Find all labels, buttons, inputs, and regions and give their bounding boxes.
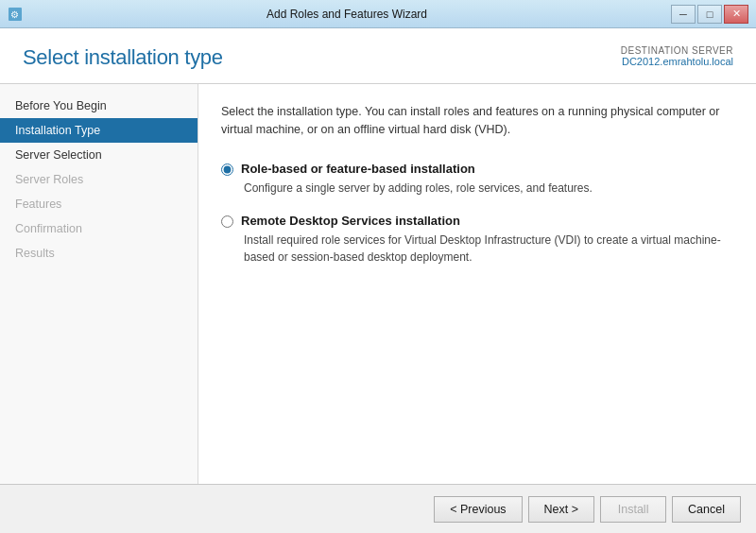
content-area: Select the installation type. You can in… (198, 84, 756, 484)
sidebar-item-server-selection[interactable]: Server Selection (0, 143, 198, 167)
minimize-button[interactable]: ─ (671, 5, 696, 24)
wizard-footer: < Previous Next > Install Cancel (0, 484, 756, 533)
sidebar-item-results: Results (0, 241, 198, 266)
close-button[interactable]: ✕ (724, 5, 748, 24)
maximize-button[interactable]: □ (697, 5, 722, 24)
option-role-based-title: Role-based or feature-based installation (241, 162, 475, 176)
sidebar: Before You Begin Installation Type Serve… (0, 84, 198, 484)
window-controls: ─ □ ✕ (671, 5, 748, 24)
svg-text:⚙: ⚙ (10, 9, 19, 20)
next-button[interactable]: Next > (528, 496, 594, 523)
destination-server-info: DESTINATION SERVER DC2012.emrahtolu.loca… (621, 45, 733, 67)
option-role-based-label[interactable]: Role-based or feature-based installation (221, 162, 733, 176)
window-title: Add Roles and Features Wizard (23, 8, 671, 21)
option-role-based-description: Configure a single server by adding role… (244, 180, 733, 197)
option-role-based-radio[interactable] (221, 163, 233, 176)
destination-name: DC2012.emrahtolu.local (621, 56, 733, 67)
option-role-based: Role-based or feature-based installation… (221, 162, 733, 197)
option-remote-desktop: Remote Desktop Services installation Ins… (221, 214, 733, 266)
sidebar-item-server-roles: Server Roles (0, 167, 198, 192)
option-remote-desktop-title: Remote Desktop Services installation (241, 214, 460, 228)
cancel-button[interactable]: Cancel (672, 496, 741, 523)
sidebar-item-confirmation: Confirmation (0, 216, 198, 241)
install-button[interactable]: Install (600, 496, 666, 523)
sidebar-item-features: Features (0, 192, 198, 216)
sidebar-item-installation-type[interactable]: Installation Type (0, 118, 198, 143)
option-remote-desktop-label[interactable]: Remote Desktop Services installation (221, 214, 733, 228)
content-description: Select the installation type. You can in… (221, 103, 733, 139)
wizard-header: Select installation type DESTINATION SER… (0, 28, 756, 84)
title-bar: ⚙ Add Roles and Features Wizard ─ □ ✕ (0, 0, 756, 28)
destination-label: DESTINATION SERVER (621, 45, 733, 56)
option-remote-desktop-description: Install required role services for Virtu… (244, 232, 733, 266)
app-icon: ⚙ (8, 7, 23, 22)
wizard-body: Before You Begin Installation Type Serve… (0, 84, 756, 484)
wizard-container: Select installation type DESTINATION SER… (0, 28, 756, 533)
previous-button[interactable]: < Previous (434, 496, 522, 523)
option-remote-desktop-radio[interactable] (221, 215, 233, 228)
page-title: Select installation type (23, 45, 223, 70)
sidebar-item-before-you-begin[interactable]: Before You Begin (0, 94, 198, 118)
